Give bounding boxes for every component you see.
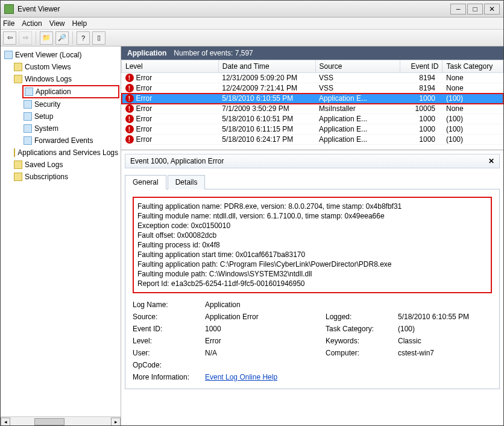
- row-cat: None: [443, 73, 503, 83]
- table-row[interactable]: !Error5/18/2010 6:11:15 PMApplication E.…: [122, 124, 503, 135]
- table-row[interactable]: !Error12/24/2009 7:21:41 PMVSS8194None: [122, 83, 503, 94]
- level-label: Level:: [133, 337, 205, 345]
- scroll-left-icon[interactable]: ◂: [1, 418, 10, 426]
- menu-view[interactable]: View: [49, 19, 65, 28]
- tree-windows-logs[interactable]: Windows Logs: [13, 73, 119, 85]
- minimize-button[interactable]: –: [450, 4, 466, 14]
- table-row[interactable]: !Error12/31/2009 5:09:20 PMVSS8194None: [122, 73, 503, 83]
- row-level: Error: [136, 115, 153, 123]
- tree-subscriptions[interactable]: Subscriptions: [13, 171, 119, 183]
- computer-value: cstest-win7: [398, 349, 503, 357]
- table-row[interactable]: !Error5/18/2010 6:10:51 PMApplication E.…: [122, 114, 503, 124]
- col-date[interactable]: Date and Time: [218, 60, 315, 73]
- folder-icon: [14, 161, 22, 169]
- col-taskcat[interactable]: Task Category: [443, 60, 503, 73]
- close-button[interactable]: ✕: [484, 4, 500, 14]
- taskcat-value: (100): [398, 325, 503, 333]
- event-grid[interactable]: Level Date and Time Source Event ID Task…: [121, 60, 503, 150]
- table-row[interactable]: !Error7/1/2009 3:50:29 PMMsiInstaller100…: [122, 104, 503, 114]
- row-eventid: 1000: [400, 94, 443, 104]
- row-cat: (100): [443, 114, 503, 124]
- col-eventid[interactable]: Event ID: [400, 60, 443, 73]
- error-icon: !: [125, 115, 134, 123]
- tree-custom-views[interactable]: Custom Views: [13, 61, 119, 73]
- moreinfo-link[interactable]: Event Log Online Help: [205, 373, 277, 381]
- col-level[interactable]: Level: [122, 60, 219, 73]
- user-value: N/A: [205, 349, 326, 357]
- scroll-right-icon[interactable]: ▸: [111, 418, 121, 426]
- tab-details[interactable]: Details: [168, 175, 206, 189]
- row-level: Error: [136, 104, 153, 113]
- log-icon: [24, 136, 32, 145]
- error-icon: !: [125, 104, 134, 113]
- menu-help[interactable]: Help: [72, 19, 87, 28]
- app-icon: [4, 4, 14, 14]
- row-source: VSS: [315, 83, 400, 94]
- window-title: Event Viewer: [17, 5, 60, 13]
- back-button[interactable]: ⇦: [3, 31, 16, 45]
- moreinfo-label: More Information:: [133, 373, 205, 381]
- row-date: 5/18/2010 6:11:15 PM: [218, 124, 315, 135]
- tree-app-services[interactable]: Applications and Services Logs: [13, 147, 119, 159]
- folder-icon: [14, 148, 15, 157]
- titlebar: Event Viewer – □ ✕: [1, 1, 503, 17]
- breadcrumb: Application Number of events: 7,597: [121, 46, 503, 60]
- keywords-value: Classic: [398, 337, 503, 345]
- row-level: Error: [136, 135, 153, 144]
- menu-file[interactable]: File: [3, 19, 14, 28]
- folder-icon: [14, 63, 22, 71]
- row-level: Error: [136, 84, 153, 92]
- tree-hscrollbar[interactable]: ◂ ▸: [1, 416, 121, 426]
- tab-general[interactable]: General: [125, 175, 166, 189]
- row-source: MsiInstaller: [315, 104, 400, 114]
- table-row[interactable]: !Error5/18/2010 6:10:55 PMApplication E.…: [122, 94, 503, 104]
- tree-setup[interactable]: Setup: [22, 110, 119, 122]
- row-cat: None: [443, 104, 503, 114]
- toolbar-btn-1[interactable]: 📁: [40, 31, 53, 45]
- opcode-label: OpCode:: [133, 361, 205, 369]
- tree-saved[interactable]: Saved Logs: [13, 159, 119, 171]
- tree-application[interactable]: Application: [22, 85, 119, 98]
- row-eventid: 1000: [400, 135, 443, 145]
- row-source: Application E...: [315, 135, 400, 145]
- row-date: 12/24/2009 7:21:41 PM: [218, 83, 315, 94]
- row-eventid: 10005: [400, 104, 443, 114]
- detail-close-button[interactable]: ✕: [488, 157, 494, 165]
- tree-system[interactable]: System: [22, 122, 119, 135]
- toolbar-btn-2[interactable]: 🔎: [55, 31, 69, 45]
- logged-label: Logged:: [326, 313, 398, 321]
- col-source[interactable]: Source: [315, 60, 400, 73]
- tree-security[interactable]: Security: [22, 98, 119, 110]
- folder-icon: [14, 173, 22, 181]
- row-source: VSS: [315, 73, 400, 83]
- tree-pane[interactable]: Event Viewer (Local) Custom Views Window…: [1, 46, 121, 426]
- error-icon: !: [125, 94, 134, 103]
- breadcrumb-count: Number of events: 7,597: [174, 49, 253, 57]
- menu-action[interactable]: Action: [22, 19, 42, 28]
- row-level: Error: [136, 74, 153, 82]
- row-cat: (100): [443, 124, 503, 135]
- toolbar-btn-4[interactable]: ▯: [92, 31, 106, 45]
- tree-root[interactable]: Event Viewer (Local): [3, 49, 119, 61]
- error-icon: !: [125, 125, 134, 133]
- maximize-button[interactable]: □: [467, 4, 483, 14]
- keywords-label: Keywords:: [326, 337, 398, 345]
- eventid-value: 1000: [205, 325, 326, 333]
- row-eventid: 1000: [400, 124, 443, 135]
- detail-props: Log Name: Application Source: Applicatio…: [133, 300, 492, 381]
- row-date: 5/18/2010 6:10:55 PM: [218, 94, 315, 104]
- user-label: User:: [133, 349, 205, 357]
- toolbar-btn-3[interactable]: ?: [77, 31, 90, 45]
- level-value: Error: [205, 337, 326, 345]
- row-date: 7/1/2009 3:50:29 PM: [218, 104, 315, 114]
- scroll-thumb[interactable]: [34, 418, 65, 425]
- row-level: Error: [136, 94, 153, 103]
- menubar: File Action View Help: [1, 17, 503, 30]
- logname-value: Application: [205, 300, 326, 309]
- table-row[interactable]: !Error5/18/2010 6:24:17 PMApplication E.…: [122, 135, 503, 145]
- forward-button[interactable]: ⇨: [19, 31, 32, 45]
- error-icon: !: [125, 135, 134, 144]
- folder-icon: [14, 75, 22, 83]
- row-eventid: 8194: [400, 73, 443, 83]
- tree-forwarded[interactable]: Forwarded Events: [22, 135, 119, 147]
